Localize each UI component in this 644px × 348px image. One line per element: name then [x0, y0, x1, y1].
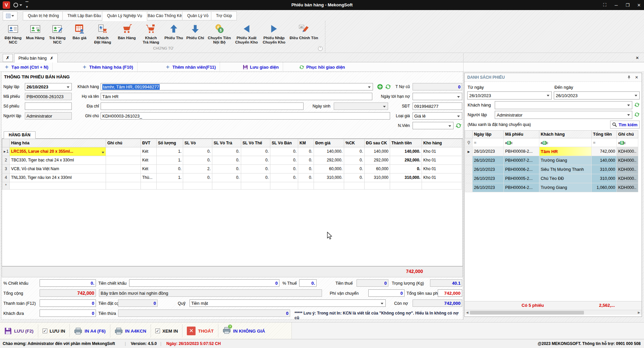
khach-hang-input[interactable]: tamhr, Tâm HR, 0919948277	[101, 83, 373, 90]
checkbox-checked-icon[interactable]: ✓	[43, 329, 47, 333]
ban-hang-button[interactable]: Bán Hàng	[115, 22, 139, 45]
tab-thiet-lap-ban-dau[interactable]: Thiết Lập Ban Đầu	[62, 11, 106, 20]
chevron-down-icon[interactable]	[627, 105, 630, 106]
cell-total[interactable]: 742,000	[592, 147, 617, 156]
line-item-row[interactable]: 3 VCB, Vỏ chai bia Việt Nam Két 0. 2. 0.…	[2, 164, 462, 173]
in-khong-gia-button[interactable]: ? IN KHÔNG GIÁ	[218, 325, 269, 337]
col-thanh-tien[interactable]: Thành tiền	[390, 139, 422, 147]
tra-hang-ncc-button[interactable]: Trả HàngNCC	[46, 22, 68, 45]
luu-f2-button[interactable]: LƯU (F2)	[0, 325, 38, 337]
add-customer-icon[interactable]	[377, 84, 383, 90]
phieu-thu-button[interactable]: Phiếu Thu	[163, 22, 184, 45]
tab-quan-tri-he-thong[interactable]: Quản trị hệ thống	[23, 11, 64, 20]
maximize-icon[interactable]: ❐	[625, 3, 631, 8]
phieu-chi-button[interactable]: Phiếu Chi	[184, 22, 206, 45]
cell-km[interactable]: 0.	[298, 147, 314, 156]
thue-pct-input[interactable]: 0.	[299, 279, 317, 287]
cell-unit[interactable]: Két	[141, 147, 157, 156]
tab-hang-ban[interactable]: HÀNG BÁN	[4, 131, 36, 139]
thoat-button[interactable]: ✕ THOÁT	[182, 325, 218, 337]
cell-sl-vo[interactable]: 0.	[183, 156, 212, 164]
invoice-list-row[interactable]: 26/10/2023 PBH00004-2... Trường Giang 1,…	[465, 183, 638, 192]
cell-note[interactable]	[106, 156, 141, 164]
filter-note[interactable]: aBc	[617, 138, 638, 147]
refresh-icon[interactable]	[634, 112, 640, 117]
panel-khach-hang-input[interactable]	[495, 101, 632, 109]
ngay-sinh-input[interactable]	[334, 102, 388, 110]
tab-bao-cao-thong-ke[interactable]: Báo Cáo Thống Kê	[143, 11, 187, 20]
chevron-down-icon[interactable]	[547, 95, 549, 96]
cell-ck[interactable]: 0.	[344, 164, 365, 173]
filter-total[interactable]: =	[592, 138, 617, 147]
cell-note[interactable]: KDH000..	[617, 183, 638, 192]
close-all-tabs-button[interactable]: ✗	[3, 54, 13, 62]
cell-sl-vo-tra[interactable]: 0.	[212, 173, 241, 182]
cell-customer[interactable]: Chú Tèo ĐĐ	[539, 174, 592, 183]
pin-icon[interactable]	[626, 75, 631, 80]
khach-dat-hang-button[interactable]: KháchĐặt Hàng	[91, 22, 115, 45]
cell-dg-sau-ck[interactable]: 140,000	[365, 147, 390, 156]
cell-note[interactable]	[106, 147, 141, 156]
chevron-down-icon[interactable]	[457, 96, 460, 98]
col-kho-hang[interactable]: Kho hàng	[422, 139, 462, 147]
cell-don-gia[interactable]: 292,000.	[314, 156, 344, 164]
tien-chiet-khau-input[interactable]: 0	[129, 279, 279, 287]
cell-sl-vo-the[interactable]: 0.	[241, 156, 270, 164]
so-phieu-input[interactable]	[25, 102, 72, 110]
tao-moi-button[interactable]: ＋Tạo mới (Ctrl + N)	[0, 62, 53, 72]
cell-code[interactable]: PBH00008-2...	[504, 147, 539, 156]
cell-don-gia[interactable]: 140,000.	[314, 147, 344, 156]
cell-sl-vo-the[interactable]: 0.	[241, 164, 270, 173]
cell-unit[interactable]: Két	[141, 164, 157, 173]
cell-date[interactable]: 26/10/2023	[473, 174, 504, 183]
cell-product[interactable]	[10, 182, 106, 189]
cell-kho[interactable]: Kho 01	[422, 147, 462, 156]
cell-ck[interactable]: 0.	[344, 173, 365, 182]
cell-thanh-tien[interactable]: 310,000.	[390, 173, 422, 182]
filter-date[interactable]: =	[473, 138, 504, 147]
cell-don-gia[interactable]: 310,000.	[314, 173, 344, 182]
col-sl-vo-tra[interactable]: SL Vỏ Trả	[212, 139, 241, 147]
cell-sl-vo-tra[interactable]: 0.	[212, 164, 241, 173]
col-ghi-chu[interactable]: Ghi chú	[617, 131, 638, 138]
tab-tro-giup[interactable]: Trợ Giúp	[211, 11, 237, 20]
chevron-down-icon[interactable]	[102, 152, 104, 153]
col-km[interactable]: KM	[298, 139, 314, 147]
col-dg-sau-ck[interactable]: ĐG sau CK	[365, 139, 390, 147]
quy-input[interactable]: Tiền mặt	[190, 299, 386, 307]
line-item-row[interactable]: 2 TBC330, Tiger bạc chai 24 x 330ml Két …	[2, 156, 462, 164]
dat-hang-ncc-button[interactable]: Đặt HàngNCC	[2, 22, 24, 45]
scroll-right-icon[interactable]: ▶	[637, 310, 641, 315]
cell-sl-vo-ban[interactable]: 0.	[270, 147, 298, 156]
cell-sl-vo-tra[interactable]: 0.	[212, 156, 241, 164]
chevron-down-icon[interactable]	[627, 114, 630, 116]
cell-sl-vo-the[interactable]: 0.	[241, 173, 270, 182]
cell-date[interactable]: 26/10/2023	[473, 156, 504, 165]
cell-note[interactable]	[106, 164, 141, 173]
cell-dg-sau-ck[interactable]: 292,000	[365, 156, 390, 164]
invoice-list-row[interactable]: 26/10/2023 PBH00006-2... Siêu Thị Mường …	[465, 165, 638, 174]
cell-date[interactable]: 26/10/2023	[473, 183, 504, 192]
khach-tra-hang-button[interactable]: KháchTrả Hàng	[139, 22, 163, 45]
ho-va-ten-input[interactable]: Tâm HR	[101, 93, 372, 100]
cell-note[interactable]: KDH000..	[617, 156, 638, 165]
cell-customer[interactable]: Trường Giang	[539, 183, 592, 192]
tu-ngay-input[interactable]: 26/10/2023	[467, 91, 552, 99]
invoice-list-row[interactable]: 26/10/2023 PBH00008-2... Tâm HR 742,000 …	[465, 147, 638, 156]
cell-code[interactable]: PBH00005-2...	[504, 174, 539, 183]
cell-total[interactable]: 310,000	[592, 174, 617, 183]
in-a4kcn-button[interactable]: IN A4KCN	[110, 325, 151, 337]
ngay-lap-input[interactable]: 26/10/2023	[25, 83, 72, 90]
cell-sl-vo[interactable]: 2.	[183, 164, 212, 173]
cell-note[interactable]: KDH000..	[617, 147, 638, 156]
horizontal-scrollbar[interactable]: ◀ ▶	[465, 310, 642, 315]
cell-km[interactable]: 0.	[298, 173, 314, 182]
cell-sl-vo-the[interactable]: 0.	[241, 147, 270, 156]
cell-note[interactable]: KDH000..	[617, 165, 638, 174]
cell-total[interactable]: 1,060,000	[592, 183, 617, 192]
col-hang-hoa[interactable]: Hàng hóa	[10, 139, 106, 147]
phieu-xuat-chuyen-kho-button[interactable]: Phiếu XuấtChuyển Kho	[233, 22, 260, 45]
tim-kiem-button[interactable]: Tìm kiếm	[610, 121, 640, 129]
tab-quan-ly-vo[interactable]: Quản Lý Vỏ	[182, 11, 213, 20]
application-menu-button[interactable]	[3, 11, 17, 20]
